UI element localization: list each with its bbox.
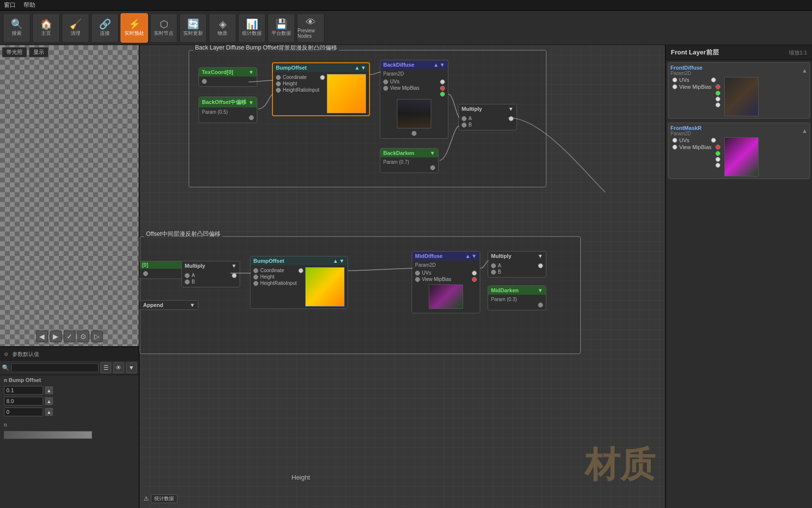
node-back-darken[interactable]: BackDarken ▼ Param (0.7) [380, 148, 439, 173]
node-back-diffuse-down[interactable]: ▼ [440, 62, 445, 68]
port-fd-mip-dot[interactable] [672, 84, 677, 89]
stats-bottom-btn[interactable]: 统计数据 [151, 494, 177, 503]
node-texcoord[interactable]: TexCoord[0] ▼ [198, 67, 257, 87]
prop-input-2[interactable] [4, 407, 43, 416]
prop-btn-2[interactable]: ▲ [45, 408, 53, 416]
menu-item-window[interactable]: 窗口 [4, 1, 16, 9]
port-fm-white3-dot[interactable] [715, 163, 720, 168]
node-mid-diffuse-down[interactable]: ▼ [471, 253, 477, 259]
port-fm-uvs-out[interactable] [711, 138, 716, 143]
prop-search-input[interactable] [11, 363, 98, 372]
preview-target-btn[interactable]: ⊙ [77, 330, 89, 342]
preview-next-btn[interactable]: ▶ [50, 330, 62, 342]
preview-light-btn[interactable]: 带光照 [2, 47, 27, 57]
node-mid-diffuse-up[interactable]: ▲ [465, 253, 470, 259]
node-back-offset-out-dot[interactable] [249, 115, 254, 120]
port-mul-a-out-dot[interactable] [509, 116, 514, 121]
node-graph[interactable]: Back Layer Diffuse Bump Offset背景层漫反射凸凹偏移… [140, 45, 665, 508]
port-fd-white3-dot[interactable] [715, 102, 720, 107]
toolbar-stats[interactable]: 📊 统计数据 [238, 13, 266, 43]
node-bump-offset[interactable]: BumpOffset ▲ ▼ Coordinate [272, 62, 370, 116]
prop-input-0[interactable] [4, 386, 43, 395]
node-texcoord-dropdown[interactable]: ▼ [248, 69, 254, 75]
layer-front-diffuse-collapse[interactable]: ▲ [802, 67, 808, 74]
port-mid-view-mip-dot[interactable] [415, 277, 420, 282]
node-back-diffuse[interactable]: BackDiffuse ▲ ▼ Param2D UVs View MipBias [380, 60, 448, 139]
port-uvs-dot[interactable] [383, 79, 388, 84]
port-coordinate-out-dot[interactable] [320, 75, 325, 80]
node-multiply-3[interactable]: Multiply ▼ A B [488, 251, 546, 278]
port-fd-uvs-dot[interactable] [672, 77, 677, 82]
port-2-coordinate-dot[interactable] [253, 268, 258, 273]
node-back-darken-dropdown[interactable]: ▼ [430, 150, 435, 156]
layer-front-diffuse[interactable]: FrontDiffuse Param2D ▲ UVs View MipBias [668, 62, 810, 119]
port-mul2-a-dot[interactable] [185, 273, 190, 278]
port-mul-a-dot[interactable] [462, 116, 467, 121]
toolbar-realtime-update[interactable]: 🔄 实时更新 [179, 13, 207, 43]
node-back-diffuse-up[interactable]: ▲ [433, 62, 439, 68]
port-back-diffuse-bottom-dot[interactable] [412, 131, 417, 136]
prop-btn-0[interactable]: ▲ [45, 386, 53, 394]
prop-eye-btn[interactable]: 👁 [113, 362, 124, 373]
toolbar-realtime[interactable]: ⚡ 实时预处 [121, 13, 148, 43]
node-bump-offset-dropdown[interactable]: ▼ [361, 65, 366, 71]
port-fm-green-dot[interactable] [715, 151, 720, 156]
port-fm-white2-dot[interactable] [715, 157, 720, 162]
port-fm-mip-out[interactable] [715, 145, 720, 150]
toolbar-preview-nodes[interactable]: 👁 Preview Nodes [297, 13, 324, 43]
toolbar-home[interactable]: 🏠 主页 [32, 13, 60, 43]
port-green-out-dot[interactable] [440, 92, 445, 97]
node-multiply-1[interactable]: Multiply ▼ A B [458, 104, 517, 130]
prop-input-1[interactable] [4, 397, 43, 406]
port-fm-uvs-dot[interactable] [672, 138, 677, 143]
node-mid-darken-out-dot[interactable] [538, 303, 543, 307]
layer-front-mask[interactable]: FrontMaskR Param2D ▲ UVs View MipBias [668, 123, 810, 179]
prop-btn-1[interactable]: ▲ [45, 397, 53, 405]
preview-check-btn[interactable]: ✓ [64, 330, 75, 342]
port-mul3-a-dot[interactable] [491, 263, 496, 268]
port-mid-view-mip-out[interactable] [472, 277, 477, 282]
port-mul3-a-out[interactable] [538, 263, 543, 268]
node-back-offset-dropdown[interactable]: ▼ [248, 100, 254, 105]
node-multiply-2-dropdown[interactable]: ▼ [231, 263, 237, 269]
port-bottom-left-out-dot[interactable] [143, 271, 148, 276]
node-texcoord-out-dot[interactable] [202, 79, 207, 84]
node-bump-offset-2[interactable]: BumpOffset ▲ ▼ Coordinate [250, 256, 348, 309]
port-view-mip-out-dot[interactable] [440, 86, 445, 91]
preview-display-btn[interactable]: 显示 [29, 47, 49, 57]
port-mul2-b-dot[interactable] [185, 279, 190, 284]
port-2-height-ratio-dot[interactable] [253, 281, 258, 286]
node-mid-darken-dropdown[interactable]: ▼ [538, 287, 543, 293]
port-height-ratio-dot[interactable] [276, 88, 281, 93]
node-bump-offset-2-dropdown[interactable]: ▼ [339, 258, 344, 264]
toolbar-material[interactable]: ◈ 物质 [209, 13, 236, 43]
port-fm-mip-dot[interactable] [672, 145, 677, 150]
toolbar-realtime-nodes[interactable]: ⬡ 实时节点 [150, 13, 177, 43]
port-mid-uvs-dot[interactable] [415, 271, 420, 276]
prop-more-btn[interactable]: ▼ [126, 362, 137, 373]
port-fd-mip-out[interactable] [715, 84, 720, 89]
layer-front-mask-collapse[interactable]: ▲ [802, 127, 808, 134]
port-mul2-a-out[interactable] [232, 273, 237, 278]
port-2-height-dot[interactable] [253, 275, 258, 279]
toolbar-search[interactable]: 🔍 搜索 [3, 13, 30, 43]
menu-item-help[interactable]: 帮助 [24, 1, 35, 9]
port-coordinate-dot[interactable] [276, 75, 281, 80]
port-uvs-out-dot[interactable] [440, 79, 445, 84]
node-back-offset[interactable]: BackOffset中偏移 ▼ Param (0.5) [198, 97, 257, 123]
node-mid-darken[interactable]: MidDarken ▼ Param (0.3) [488, 285, 546, 310]
preview-play-btn[interactable]: ▷ [91, 330, 103, 342]
port-fd-white2-dot[interactable] [715, 97, 720, 102]
node-bump-offset-up[interactable]: ▲ [354, 65, 360, 71]
port-mid-uvs-out[interactable] [472, 271, 477, 276]
port-mul-b-dot[interactable] [462, 123, 467, 127]
toolbar-connect[interactable]: 🔗 连接 [91, 13, 119, 43]
node-multiply-1-dropdown[interactable]: ▼ [508, 106, 514, 112]
port-view-mip-dot[interactable] [383, 86, 388, 91]
toolbar-platform[interactable]: 💾 平台数据 [268, 13, 295, 43]
toolbar-clear[interactable]: 🧹 清理 [62, 13, 89, 43]
node-back-darken-out-dot[interactable] [430, 165, 435, 170]
node-mid-diffuse[interactable]: MidDiffuse ▲ ▼ Param2D UVs View MipBias [412, 251, 480, 313]
preview-prev-btn[interactable]: ◀ [36, 330, 48, 342]
node-multiply-2[interactable]: Multiply ▼ A B [181, 261, 240, 287]
